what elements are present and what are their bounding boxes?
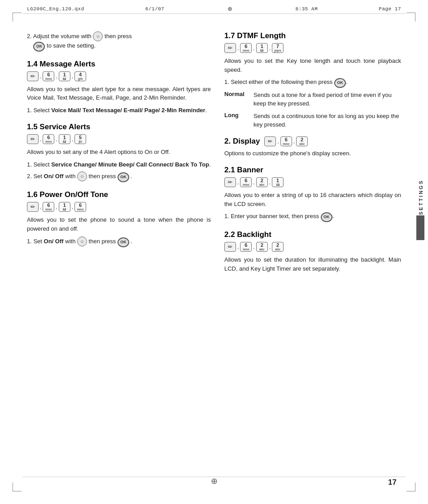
key-1-msg: 1🖂 bbox=[59, 71, 70, 81]
body-power-tone: Allows you to set the phone to sound a t… bbox=[27, 215, 211, 233]
display-header-row: 2. Display ✏ , 6mno , 2abc bbox=[224, 136, 401, 146]
key-4ghi: 4ghi bbox=[74, 71, 86, 81]
header-date: 6/1/07 bbox=[145, 6, 165, 12]
step-power-tone-1: 1. Set On/ Off with ○ then press OK . bbox=[27, 237, 211, 247]
section-title-message-alerts: 1.4 Message Alerts bbox=[27, 60, 211, 69]
settings-sidebar: SETTINGS bbox=[418, 180, 424, 324]
save-setting-text: to save the setting. bbox=[47, 42, 96, 49]
settings-bar bbox=[416, 215, 424, 240]
key-2abc-4: 2abc bbox=[272, 242, 284, 252]
corner-mark-tl bbox=[13, 13, 22, 22]
key-7pqrs: 7pqrs bbox=[272, 43, 284, 53]
key-2abc-3: 2abc bbox=[256, 242, 268, 252]
left-column: 2. Adjust the volume with ○ then press O… bbox=[27, 31, 220, 468]
key-1-pwr: 1🖂 bbox=[59, 202, 70, 212]
ok-key-5: OK bbox=[321, 212, 332, 222]
def-long: Long Sends out a continuous tone for as … bbox=[224, 112, 401, 129]
menu-key-6: ✏ bbox=[224, 177, 236, 187]
body-banner: Allows you to enter a string of up to 16… bbox=[224, 191, 401, 208]
then-press-2: then press bbox=[89, 173, 118, 180]
def-desc-normal: Sends out a tone for a fixed period of t… bbox=[253, 91, 401, 108]
key-row-power-tone: ✏ , 6mno , 1🖂 , 6mno bbox=[27, 202, 211, 212]
settings-label: SETTINGS bbox=[418, 180, 424, 215]
key-6mno-8: 6mno bbox=[240, 242, 252, 252]
key-row-dtmf: ✏ , 6mno , 1🖂 , 7pqrs bbox=[224, 43, 401, 53]
then-press-3: then press bbox=[89, 238, 118, 245]
key-row-message-alerts: ✏ , 6mno , 1🖂 , 4ghi bbox=[27, 71, 211, 81]
key-row-display: ✏ , 6mno , 2abc bbox=[264, 136, 308, 146]
section-title-display: 2. Display bbox=[224, 137, 260, 146]
header-time: 8:35 AM bbox=[296, 6, 318, 12]
nav-key-power: ○ bbox=[77, 237, 87, 246]
step-service-alerts-2: 2. Set On/ Off with ○ then press OK . bbox=[27, 171, 211, 182]
def-term-normal: Normal bbox=[224, 91, 253, 97]
header-filename: LG200C_Eng.120.qxd bbox=[27, 6, 84, 12]
body-dtmf: Allows you to set the Key tone length an… bbox=[224, 57, 401, 74]
registration-cross-top bbox=[226, 4, 235, 13]
body-message-alerts: Allows you to select the alert type for … bbox=[27, 85, 211, 102]
header-page: Page 17 bbox=[379, 6, 401, 12]
menu-key-7: ✏ bbox=[224, 242, 236, 252]
corner-mark-br bbox=[406, 482, 415, 491]
step-banner-1: 1. Enter your banner text, then press OK… bbox=[224, 212, 401, 222]
then-press-1: then press bbox=[105, 33, 132, 39]
key-6mno-1: 6mno bbox=[43, 71, 54, 81]
page-number: 17 bbox=[388, 478, 397, 487]
key-6mno-6: 6mno bbox=[280, 136, 292, 146]
ok-key-3: OK bbox=[118, 237, 129, 247]
ok-key-4: OK bbox=[334, 78, 346, 88]
step-dtmf-1: 1. Select either of the following then p… bbox=[224, 78, 401, 88]
body-service-alerts: Allows you to set any of the 4 Alert opt… bbox=[27, 148, 211, 157]
key-6mno-5: 6mno bbox=[240, 43, 252, 53]
menu-key-3: ✏ bbox=[27, 202, 39, 212]
section-title-dtmf: 1.7 DTMF Length bbox=[224, 31, 401, 40]
key-2abc-1: 2abc bbox=[296, 136, 308, 146]
dtmf-definitions: Normal Sends out a tone for a fixed peri… bbox=[224, 91, 401, 129]
menu-key-1: ✏ bbox=[27, 71, 39, 81]
key-1-dtmf: 1🖂 bbox=[256, 43, 268, 53]
top-separator bbox=[22, 13, 406, 14]
body-backlight: Allows you to set the duration for illum… bbox=[224, 255, 401, 273]
def-term-long: Long bbox=[224, 112, 253, 118]
section-title-banner: 2.1 Banner bbox=[224, 166, 401, 175]
step-service-alerts-1: 1. Select Service Change/ Minute Beep/ C… bbox=[27, 160, 211, 169]
registration-cross-bottom: ⊕ bbox=[211, 476, 218, 486]
section-title-service-alerts: 1.5 Service Alerts bbox=[27, 123, 211, 131]
menu-key-5: ✏ bbox=[264, 136, 276, 146]
def-normal: Normal Sends out a tone for a fixed peri… bbox=[224, 91, 401, 108]
menu-key-2: ✏ bbox=[27, 134, 39, 144]
key-row-service-alerts: ✏ , 6mno , 1🖂 , 5jkl bbox=[27, 134, 211, 144]
ok-key-1: OK bbox=[33, 42, 45, 52]
corner-mark-bl bbox=[13, 482, 22, 491]
ok-key-2: OK bbox=[118, 172, 129, 182]
def-desc-long: Sends out a continuous tone for as long … bbox=[253, 112, 401, 129]
nav-key-service: ○ bbox=[77, 171, 87, 181]
key-6mno-7: 6mno bbox=[240, 177, 252, 187]
adjust-volume-step: 2. Adjust the volume with ○ then press O… bbox=[27, 31, 211, 52]
key-1-banner: 1🖂 bbox=[272, 177, 284, 187]
body-display: Options to customize the phone's display… bbox=[224, 149, 401, 158]
key-6mno-3: 6mno bbox=[43, 202, 54, 212]
nav-key-volume: ○ bbox=[93, 31, 103, 41]
corner-mark-tr bbox=[406, 13, 415, 22]
key-row-banner: ✏ , 6mno , 2abc , 1🖂 bbox=[224, 177, 401, 187]
key-row-backlight: ✏ , 6mno , 2abc , 2abc bbox=[224, 242, 401, 252]
page-header: LG200C_Eng.120.qxd 6/1/07 8:35 AM Page 1… bbox=[27, 4, 401, 13]
key-6mno-2: 6mno bbox=[43, 134, 54, 144]
section-title-backlight: 2.2 Backlight bbox=[224, 230, 401, 239]
menu-key-4: ✏ bbox=[224, 43, 236, 53]
step-message-alerts-1: 1. Select Voice Mail/ Text Message/ E-ma… bbox=[27, 106, 211, 115]
right-column: 1.7 DTMF Length ✏ , 6mno , 1🖂 , 7pqrs Al… bbox=[220, 31, 401, 468]
section-title-power-tone: 1.6 Power On/Off Tone bbox=[27, 190, 211, 199]
content-area: 2. Adjust the volume with ○ then press O… bbox=[27, 31, 401, 468]
key-2abc-2: 2abc bbox=[256, 177, 268, 187]
key-6mno-4: 6mno bbox=[74, 202, 86, 212]
key-5jkl: 5jkl bbox=[74, 134, 86, 144]
key-1-svc: 1🖂 bbox=[59, 134, 70, 144]
